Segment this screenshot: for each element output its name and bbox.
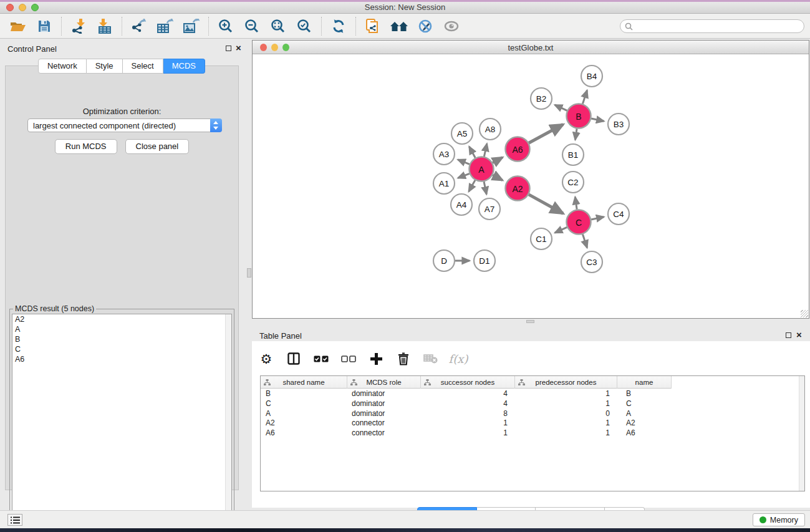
graph-node-C3[interactable]: C3 [581,251,602,273]
table-row[interactable]: A6 connector 1 1 A6 [261,428,798,438]
graph-edge-A-A3[interactable] [458,160,470,164]
import-table-icon[interactable] [94,16,116,37]
import-network-icon[interactable] [67,16,90,37]
graph-node-C4[interactable]: C4 [608,203,629,225]
list-item[interactable]: A2 [12,314,231,324]
graph-edge-A-A4[interactable] [469,180,475,191]
graph-node-C[interactable]: C [567,210,591,235]
graph-node-B3[interactable]: B3 [608,114,629,135]
search-field[interactable] [620,19,804,33]
graph-node-A3[interactable]: A3 [433,143,455,165]
column-header-name[interactable]: name [617,376,672,389]
graph-node-A6[interactable]: A6 [506,137,530,162]
save-session-icon[interactable] [33,16,55,37]
mcds-result-list[interactable]: A2 A B C A6 [12,314,232,523]
close-panel-icon[interactable]: × [236,42,241,53]
graph-node-D[interactable]: D [433,250,455,271]
table-row[interactable]: A dominator 8 0 A [261,409,798,419]
tab-select[interactable]: Select [123,59,163,74]
graph-edge-A-A6[interactable] [493,157,503,163]
zoom-fit-icon[interactable] [267,16,289,37]
home-icon[interactable] [388,16,410,37]
graph-edge-C-C1[interactable] [555,227,567,233]
list-item[interactable]: B [12,334,231,344]
column-view-icon[interactable] [286,351,302,367]
graph-edge-A-A1[interactable] [458,173,469,178]
column-header-mcds-role[interactable]: MCDS role [347,376,421,389]
table-row[interactable]: C dominator 4 1 C [261,399,798,409]
select-all-checkboxes-icon[interactable] [313,351,329,367]
list-item[interactable]: A6 [12,354,231,364]
graph-node-A1[interactable]: A1 [433,173,455,194]
graph-edge-B-B2[interactable] [555,105,567,110]
graph-node-A5[interactable]: A5 [451,123,473,144]
memory-button[interactable]: Memory [753,513,805,526]
close-panel-button[interactable]: Close panel [125,139,190,154]
graph-edge-B-B3[interactable] [591,118,604,121]
export-table-icon[interactable] [154,16,176,37]
deselect-all-checkboxes-icon[interactable] [340,351,357,367]
float-panel-icon[interactable] [226,46,231,51]
resize-grip[interactable] [801,310,808,317]
add-column-icon[interactable] [368,351,384,367]
table-scrollbar[interactable] [799,376,804,491]
eye-icon[interactable] [440,16,463,37]
delete-table-icon[interactable] [423,351,439,367]
graph-edge-C-C3[interactable] [582,234,587,248]
search-input[interactable] [635,21,804,32]
export-image-icon[interactable] [180,16,203,37]
hide-graphics-details-icon[interactable] [414,16,436,37]
graph-node-A2[interactable]: A2 [506,177,530,201]
table-row[interactable]: B dominator 4 1 B [261,389,798,399]
tab-network[interactable]: Network [38,59,87,74]
column-header-predecessor-nodes[interactable]: predecessor nodes [515,376,617,389]
graph-node-A[interactable]: A [470,157,494,181]
table-row[interactable]: A2 connector 1 1 A2 [261,418,798,428]
graph-edge-C-C4[interactable] [591,217,604,220]
graph-edge-B-B1[interactable] [575,128,577,140]
task-history-button[interactable] [7,514,22,526]
list-item[interactable]: C [12,344,231,354]
network-canvas[interactable]: B4B2BB3A8A5A6A3B1AC2A1A2A4A7C4CC1C3DD1 [253,54,809,318]
graph-node-B4[interactable]: B4 [581,65,602,87]
float-table-panel-icon[interactable] [786,332,791,338]
list-item[interactable]: A [12,324,231,334]
graph-edge-A-A7[interactable] [484,181,486,194]
close-table-panel-icon[interactable]: × [796,329,802,340]
clone-network-icon[interactable] [362,16,384,37]
list-scrollbar[interactable] [225,314,231,523]
delete-column-icon[interactable] [395,351,412,367]
graph-edge-B-B4[interactable] [582,90,587,104]
zoom-selected-icon[interactable] [293,16,316,37]
refresh-icon[interactable] [327,16,350,37]
tab-mcds[interactable]: MCDS [163,59,205,74]
column-header-successor-nodes[interactable]: successor nodes [421,376,515,389]
tab-style[interactable]: Style [87,59,123,74]
settings-gear-icon[interactable]: ⚙ [258,351,274,367]
graph-node-A8[interactable]: A8 [480,118,501,140]
run-mcds-button[interactable]: Run MCDS [55,139,117,154]
graph-edge-A-A5[interactable] [469,147,475,158]
export-network-icon[interactable] [128,16,150,37]
graph-node-C2[interactable]: C2 [562,172,584,193]
graph-node-A7[interactable]: A7 [479,198,500,220]
graph-node-D1[interactable]: D1 [474,250,495,271]
graph-node-B[interactable]: B [567,104,591,128]
network-window-titlebar[interactable]: testGlobe.txt [253,41,809,54]
graph-node-B1[interactable]: B1 [562,144,584,165]
open-session-icon[interactable] [7,16,29,37]
optimization-select[interactable]: largest connected component (directed) [27,118,222,132]
vertical-splitter-handle[interactable] [247,268,251,278]
column-header-shared-name[interactable]: shared name [261,376,347,389]
function-builder-icon[interactable]: f(x) [450,351,466,367]
graph-edge-A2-C[interactable] [529,195,563,213]
graph-edge-A6-B[interactable] [529,125,563,143]
horizontal-splitter-handle[interactable] [526,320,534,323]
graph-node-A4[interactable]: A4 [451,194,472,215]
graph-edge-A-A8[interactable] [484,143,486,157]
graph-edge-A-A2[interactable] [493,175,503,180]
zoom-out-icon[interactable] [241,16,263,37]
graph-node-B2[interactable]: B2 [531,88,552,109]
graph-edge-C-C2[interactable] [575,197,577,210]
graph-node-C1[interactable]: C1 [531,228,552,249]
